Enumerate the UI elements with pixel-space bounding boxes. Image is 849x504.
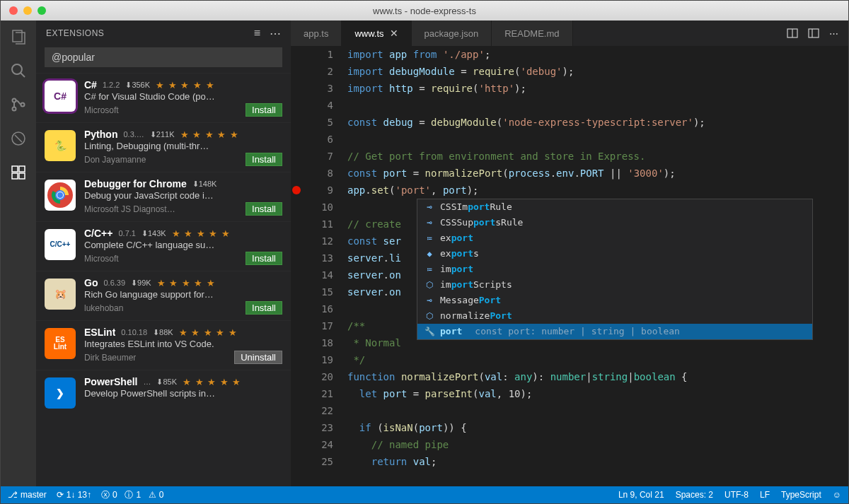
line-number[interactable]: 5 — [304, 114, 333, 131]
line-number[interactable]: 25 — [304, 453, 333, 470]
extension-item[interactable]: 🐹Go0.6.39⬇99K★ ★ ★ ★ ★Rich Go language s… — [36, 271, 291, 320]
line-number[interactable]: 10 — [304, 199, 333, 216]
editor-tabs: app.tswww.ts✕package.jsonREADME.md ⋯ — [291, 20, 848, 46]
code-line[interactable]: const debug = debugModule('node-express-… — [347, 114, 836, 131]
extension-item[interactable]: C/C++C/C++0.7.1⬇143K★ ★ ★ ★ ★Complete C/… — [36, 221, 291, 271]
line-number[interactable]: 3 — [304, 80, 333, 97]
tab-app-ts[interactable]: app.ts — [291, 20, 342, 46]
extension-item[interactable]: 🐍Python0.3.…⬇211K★ ★ ★ ★ ★Linting, Debug… — [36, 122, 291, 172]
eol[interactable]: LF — [760, 490, 770, 500]
cursor-position[interactable]: Ln 9, Col 21 — [618, 490, 664, 500]
breakpoint-icon[interactable] — [292, 186, 301, 194]
line-number[interactable]: 16 — [304, 300, 333, 317]
line-number[interactable]: 7 — [304, 148, 333, 165]
extension-item[interactable]: ❯PowerShell…⬇85K★ ★ ★ ★ ★Develop PowerSh… — [36, 370, 291, 414]
search-icon[interactable] — [9, 61, 28, 80]
suggest-item[interactable]: ⊸CSSImportRule — [417, 199, 812, 215]
source-control-icon[interactable] — [9, 95, 28, 114]
line-number[interactable]: 21 — [304, 385, 333, 402]
extension-item[interactable]: C#C#1.2.2⬇356K★ ★ ★ ★ ★C# for Visual Stu… — [36, 73, 291, 122]
filter-icon[interactable]: ≡ — [254, 27, 261, 40]
code-line[interactable]: app.set('port', port); — [347, 182, 836, 199]
svg-point-5 — [21, 103, 25, 107]
extension-description: Rich Go language support for… — [84, 289, 282, 300]
minimap[interactable] — [836, 46, 848, 486]
code-line[interactable]: import http = require('http'); — [347, 80, 836, 97]
code-line[interactable] — [347, 131, 836, 148]
code-line[interactable]: const port = normalizePort(process.env.P… — [347, 165, 836, 182]
more-editor-icon[interactable]: ⋯ — [829, 28, 838, 39]
suggest-item[interactable]: ⬡importScripts — [417, 277, 812, 293]
split-editor-icon[interactable] — [787, 28, 798, 39]
install-button[interactable]: Install — [246, 202, 282, 216]
line-number[interactable]: 23 — [304, 419, 333, 436]
code-line[interactable]: let port = parseInt(val, 10); — [347, 385, 836, 402]
code-line[interactable] — [347, 97, 836, 114]
explorer-icon[interactable] — [9, 28, 28, 46]
code-line[interactable]: */ — [347, 351, 836, 368]
extensions-icon[interactable] — [9, 163, 28, 182]
line-number[interactable]: 20 — [304, 368, 333, 385]
tab-label: package.json — [424, 28, 479, 39]
encoding[interactable]: UTF-8 — [724, 490, 749, 500]
indent[interactable]: Spaces: 2 — [676, 490, 713, 500]
line-number[interactable]: 12 — [304, 233, 333, 250]
line-number[interactable]: 6 — [304, 131, 333, 148]
suggest-item[interactable]: ≔import — [417, 262, 812, 277]
line-number[interactable]: 15 — [304, 283, 333, 300]
line-number[interactable]: 1 — [304, 46, 333, 63]
code-line[interactable]: import debugModule = require('debug'); — [347, 63, 836, 80]
install-button[interactable]: Install — [246, 103, 282, 117]
line-number[interactable]: 19 — [304, 351, 333, 368]
line-number[interactable]: 22 — [304, 402, 333, 419]
suggest-item[interactable]: ⊸CSSSupportsRule — [417, 215, 812, 230]
install-button[interactable]: Install — [246, 153, 282, 166]
line-number[interactable]: 24 — [304, 436, 333, 453]
extension-name: Python — [84, 129, 117, 140]
suggest-item[interactable]: ≔export — [417, 230, 812, 246]
line-number[interactable]: 4 — [304, 97, 333, 114]
extensions-search-input[interactable] — [45, 47, 282, 67]
layout-icon[interactable] — [808, 28, 819, 39]
tab-package-json[interactable]: package.json — [412, 20, 492, 46]
language-mode[interactable]: TypeScript — [781, 490, 821, 500]
suggest-widget[interactable]: ⊸CSSImportRule⊸CSSSupportsRule≔export◆ex… — [417, 199, 813, 340]
line-number[interactable]: 14 — [304, 266, 333, 283]
code-line[interactable]: // Get port from environment and store i… — [347, 148, 836, 165]
svg-point-16 — [57, 192, 63, 198]
install-button[interactable]: Install — [246, 252, 282, 265]
extension-item[interactable]: ES LintESLint0.10.18⬇88K★ ★ ★ ★ ★Integra… — [36, 320, 291, 370]
uninstall-button[interactable]: Uninstall — [234, 351, 282, 364]
feedback-icon[interactable]: ☺ — [833, 490, 841, 500]
more-icon[interactable]: ⋯ — [270, 27, 282, 40]
line-number[interactable]: 18 — [304, 334, 333, 351]
tab-www-ts[interactable]: www.ts✕ — [342, 20, 411, 46]
code-line[interactable]: if (isNaN(port)) { — [347, 419, 836, 436]
code-line[interactable]: // named pipe — [347, 436, 836, 453]
extension-item[interactable]: Debugger for Chrome⬇148KDebug your JavaS… — [36, 172, 291, 221]
line-number[interactable]: 17 — [304, 317, 333, 334]
suggest-item[interactable]: ⬡normalizePort — [417, 308, 812, 324]
tab-README-md[interactable]: README.md — [492, 20, 572, 46]
line-number[interactable]: 8 — [304, 165, 333, 182]
code-line[interactable]: import app from './app'; — [347, 46, 836, 63]
code-line[interactable]: function normalizePort(val: any): number… — [347, 368, 836, 385]
line-number[interactable]: 9 — [304, 182, 333, 199]
problems[interactable]: ⓧ 0 ⓘ 1 ⚠ 0 — [101, 489, 163, 501]
suggest-item[interactable]: 🔧portconst port: number | string | boole… — [417, 324, 812, 339]
line-number[interactable]: 2 — [304, 63, 333, 80]
close-tab-icon[interactable]: ✕ — [390, 28, 398, 39]
install-button[interactable]: Install — [246, 301, 282, 315]
git-branch[interactable]: ⎇ master — [8, 490, 47, 500]
suggest-item[interactable]: ⊸MessagePort — [417, 293, 812, 308]
line-number[interactable]: 13 — [304, 250, 333, 266]
suggest-item[interactable]: ◆exports — [417, 246, 812, 262]
debug-icon[interactable] — [9, 129, 28, 148]
tab-label: www.ts — [354, 28, 383, 39]
line-number[interactable]: 11 — [304, 216, 333, 233]
publisher: Dirk Baeumer — [84, 353, 136, 363]
code-line[interactable] — [347, 402, 836, 419]
git-sync[interactable]: ⟳ 1↓ 13↑ — [57, 490, 91, 500]
extension-description: Develop PowerShell scripts in… — [84, 388, 282, 399]
code-line[interactable]: return val; — [347, 453, 836, 470]
